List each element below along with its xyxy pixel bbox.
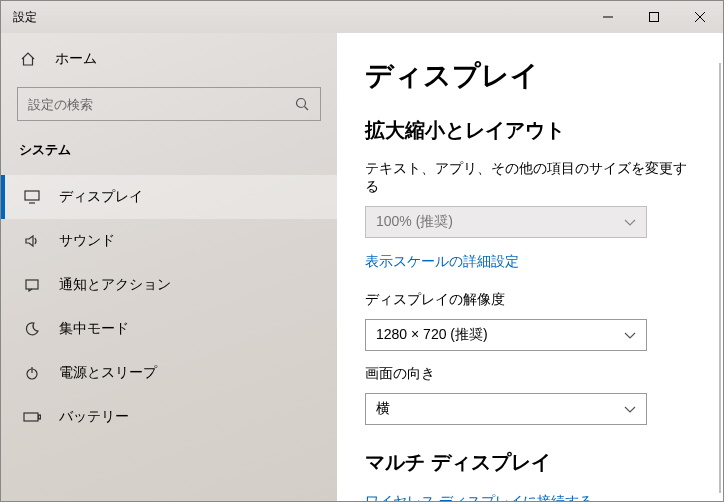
sidebar-item-battery[interactable]: バッテリー [1, 395, 337, 439]
sidebar-item-label: バッテリー [59, 408, 129, 426]
content-pane: ディスプレイ 拡大縮小とレイアウト テキスト、アプリ、その他の項目のサイズを変更… [337, 33, 723, 501]
svg-rect-12 [39, 415, 41, 419]
minimize-button[interactable] [585, 1, 631, 33]
resolution-select[interactable]: 1280 × 720 (推奨) [365, 319, 647, 351]
section-multi-heading: マルチ ディスプレイ [365, 449, 695, 476]
sidebar-item-sound[interactable]: サウンド [1, 219, 337, 263]
svg-rect-1 [650, 13, 659, 22]
chevron-down-icon [624, 214, 636, 230]
wireless-display-link[interactable]: ワイヤレス ディスプレイに接続する [365, 493, 593, 501]
home-button[interactable]: ホーム [1, 39, 337, 79]
focus-icon [23, 321, 41, 337]
sidebar-item-power[interactable]: 電源とスリープ [1, 351, 337, 395]
resolution-value: 1280 × 720 (推奨) [376, 326, 488, 344]
svg-line-5 [305, 107, 309, 111]
power-icon [23, 365, 41, 381]
orientation-value: 横 [376, 400, 390, 418]
sidebar-item-notifications[interactable]: 通知とアクション [1, 263, 337, 307]
search-box[interactable] [17, 87, 321, 121]
window-title: 設定 [1, 9, 37, 26]
scale-select[interactable]: 100% (推奨) [365, 206, 647, 238]
home-label: ホーム [55, 50, 97, 68]
sidebar: ホーム システム ディスプレイ [1, 33, 337, 501]
sidebar-item-label: 通知とアクション [59, 276, 171, 294]
svg-rect-6 [25, 191, 39, 200]
sidebar-item-label: サウンド [59, 232, 115, 250]
display-icon [23, 190, 41, 204]
close-button[interactable] [677, 1, 723, 33]
sidebar-item-focus[interactable]: 集中モード [1, 307, 337, 351]
sidebar-item-label: 電源とスリープ [59, 364, 157, 382]
svg-rect-11 [24, 413, 38, 421]
chevron-down-icon [624, 401, 636, 417]
sidebar-item-label: 集中モード [59, 320, 129, 338]
resolution-label: ディスプレイの解像度 [365, 291, 695, 309]
maximize-button[interactable] [631, 1, 677, 33]
scale-advanced-link[interactable]: 表示スケールの詳細設定 [365, 253, 519, 271]
svg-point-4 [297, 99, 306, 108]
home-icon [19, 51, 37, 67]
notification-icon [23, 278, 41, 292]
search-input[interactable] [28, 97, 294, 112]
scale-label: テキスト、アプリ、その他の項目のサイズを変更する [365, 160, 695, 196]
titlebar: 設定 [1, 1, 723, 33]
category-label: システム [1, 121, 337, 169]
sidebar-item-label: ディスプレイ [59, 188, 143, 206]
svg-rect-8 [26, 280, 38, 289]
chevron-down-icon [624, 327, 636, 343]
search-icon [294, 97, 310, 111]
battery-icon [23, 411, 41, 423]
sound-icon [23, 234, 41, 248]
orientation-select[interactable]: 横 [365, 393, 647, 425]
scale-value: 100% (推奨) [376, 213, 453, 231]
section-scale-heading: 拡大縮小とレイアウト [365, 117, 695, 144]
scrollbar[interactable] [719, 63, 721, 493]
page-title: ディスプレイ [365, 57, 695, 95]
sidebar-item-display[interactable]: ディスプレイ [1, 175, 337, 219]
orientation-label: 画面の向き [365, 365, 695, 383]
